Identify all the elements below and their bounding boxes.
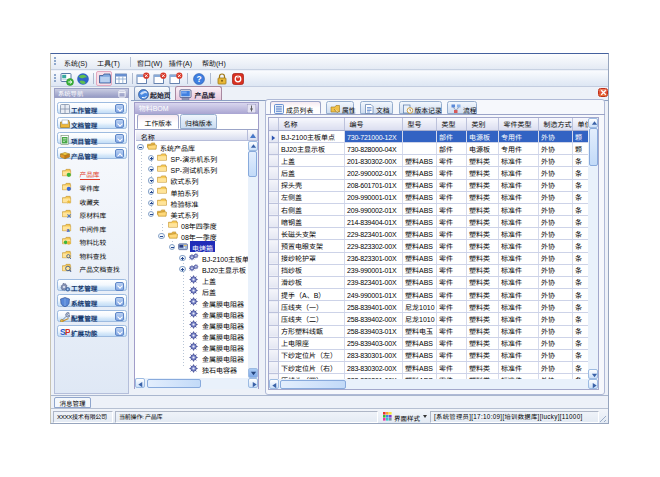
svg-text:P: P <box>65 327 70 337</box>
svg-text:?: ? <box>196 74 201 84</box>
